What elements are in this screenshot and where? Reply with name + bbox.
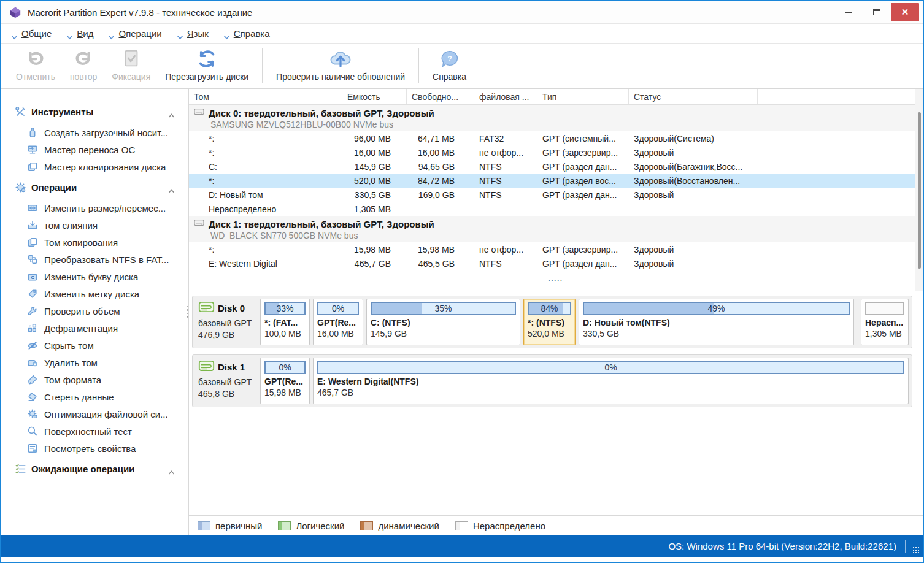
resize-grip[interactable] [912, 546, 920, 554]
sidebar-item[interactable]: Изменить размер/перемес... [15, 199, 188, 216]
legend-label: динамический [378, 521, 439, 531]
cell-volume: *: [189, 245, 342, 255]
partition-block[interactable]: 0%GPT(Re...16,00 MB [313, 299, 363, 345]
partition-label: *: (NTFS) [528, 318, 571, 327]
column-header-extra[interactable] [758, 89, 923, 104]
maximize-button[interactable] [863, 3, 891, 21]
menu-item-1[interactable]: Общие [11, 28, 52, 39]
column-header-Тип[interactable]: Тип [537, 89, 629, 104]
sidebar-item[interactable]: Мастер переноса ОС [15, 141, 188, 158]
sidebar-section-2-header[interactable]: Операции [15, 182, 188, 193]
sidebar-item[interactable]: Удалить том [15, 354, 188, 371]
disk-group-header: Диск 1: твердотельный, базовый GPT, Здор… [189, 216, 923, 242]
partition-block[interactable]: 0%E: Western Digital(NTFS)465,7 GB [313, 358, 909, 404]
usage-bar: 84% [528, 302, 571, 315]
sidebar-splitter[interactable] [185, 302, 190, 321]
volume-row[interactable]: *:16,00 MB16,00 MBне отфор...GPT (зарезе… [189, 145, 923, 159]
cell-fs: NTFS [474, 190, 537, 200]
minimize-button[interactable] [834, 3, 863, 21]
volume-row[interactable]: E: Western Digital465,7 GB465,5 GBNTFSGP… [189, 256, 923, 270]
window-title: Macrorit Partition Expert v7.9.8 - техни… [28, 7, 252, 18]
chevron-up-icon[interactable] [168, 110, 175, 115]
usage-bar: 0% [317, 361, 904, 374]
column-header-Емкость[interactable]: Емкость [342, 89, 407, 104]
partition-block[interactable]: 33%*: (FAT...100,0 MB [260, 299, 310, 345]
cell-capacity: 96,00 MB [342, 134, 407, 144]
toolbar-help-bubble-button[interactable]: ?Справка [425, 46, 474, 88]
partition-block[interactable]: Нерасп...1,305 MB [861, 299, 909, 345]
volume-row[interactable]: *:15,98 MB15,98 MBне отфор...GPT (зарезе… [189, 242, 923, 256]
legend-label: Нераспределено [473, 521, 545, 531]
sidebar-item[interactable]: CИзменить букву диска [15, 268, 188, 285]
chevron-up-icon[interactable] [168, 467, 175, 472]
sidebar-item[interactable]: Стереть данные [15, 388, 188, 405]
toolbar-update-cloud-button[interactable]: Проверить наличие обновлений [269, 46, 412, 88]
toolbar-undo-button[interactable]: Отменить [9, 46, 63, 88]
partition-block[interactable]: 35%C: (NTFS)145,9 GB [366, 299, 520, 345]
menu-item-2[interactable]: Вид [66, 28, 93, 39]
volume-row[interactable]: *:96,00 MB64,71 MBFAT32GPT (системный...… [189, 131, 923, 145]
cell-fs: не отфор... [474, 245, 537, 255]
cell-volume: C: [189, 162, 342, 172]
resize-move-icon [27, 202, 38, 213]
sidebar-item[interactable]: Посмотреть свойства [15, 440, 188, 457]
sidebar-section-3-header[interactable]: Ожидающие операции [15, 463, 188, 475]
partition-label: C: (NTFS) [371, 318, 516, 327]
sidebar-section-1-header[interactable]: Инструменты [15, 106, 188, 118]
cell-free: 84,72 MB [407, 176, 474, 186]
tools-icon [15, 106, 26, 118]
volume-row[interactable]: Нераспределено1,305 MB [189, 202, 923, 216]
partition-size: 16,00 MB [317, 329, 359, 339]
partition-block[interactable]: 0%GPT(Re...15,98 MB [260, 358, 310, 404]
disk-panel-disk-1: Disk 1базовый GPT465,8 GB0%GPT(Re...15,9… [192, 354, 912, 407]
menu-item-label: Справка [234, 28, 270, 39]
cell-volume: *: [189, 176, 342, 186]
sidebar-item[interactable]: Том формата [15, 371, 188, 388]
legend-swatch [198, 521, 210, 530]
chevron-down-icon [66, 31, 73, 36]
column-header-Свободно...[interactable]: Свободно... [407, 89, 474, 104]
chevron-down-icon [108, 31, 115, 36]
sidebar-item[interactable]: Мастер клонирования диска [15, 158, 188, 175]
toolbar-commit-button[interactable]: Фиксация [104, 46, 158, 88]
hide-volume-icon [27, 340, 38, 351]
sidebar-item[interactable]: Проверить объем [15, 302, 188, 320]
sidebar-item-label: Изменить размер/перемес... [44, 203, 166, 213]
partition-block[interactable]: 49%D: Новый том(NTFS)330,5 GB [579, 299, 854, 345]
disk-drive-gray-icon [194, 107, 204, 118]
sidebar-item[interactable]: Оптимизация файловой си... [15, 405, 188, 423]
sidebar-item[interactable]: Том копирования [15, 234, 188, 251]
volume-row[interactable]: D: Новый том330,5 GB169,0 GBNTFSGPT (раз… [189, 188, 923, 202]
volume-row[interactable]: *:520,0 MB84,72 MBNTFSGPT (раздел вос...… [189, 174, 923, 188]
scrollbar-thumb[interactable] [918, 112, 921, 269]
sidebar-item[interactable]: Преобразовать NTFS в FAT... [15, 251, 188, 268]
cell-free: 16,00 MB [407, 148, 474, 158]
sidebar-item[interactable]: Дефрагментация [15, 320, 188, 337]
cell-status: Здоровый [629, 245, 758, 255]
disk-model: WD_BLACK SN770 500GB NVMe bus [194, 229, 923, 240]
sidebar-item[interactable]: Создать загрузочный носит... [15, 124, 188, 141]
partition-block[interactable]: 84%*: (NTFS)520,0 MB [523, 299, 576, 345]
cell-fs: FAT32 [474, 134, 537, 144]
column-header-Статус[interactable]: Статус [629, 89, 758, 104]
menu-item-4[interactable]: Язык [177, 28, 209, 39]
chevron-up-icon[interactable] [168, 185, 175, 190]
cell-type: GPT (раздел дан... [537, 190, 629, 200]
toolbar-button-label: Справка [433, 72, 466, 82]
sidebar-item[interactable]: Скрыть том [15, 337, 188, 354]
column-header-Том[interactable]: Том [189, 89, 342, 104]
menu-item-5[interactable]: Справка [223, 28, 270, 39]
table-scrollbar[interactable] [915, 89, 923, 291]
sidebar-item[interactable]: Изменить метку диска [15, 285, 188, 302]
menu-item-3[interactable]: Операции [108, 28, 161, 39]
menu-item-label: Операции [118, 28, 161, 39]
toolbar-redo-button[interactable]: повтор [63, 46, 104, 88]
sidebar-item[interactable]: Поверхностный тест [15, 423, 188, 440]
close-button[interactable]: ✕ [891, 3, 919, 21]
sidebar-item[interactable]: том слияния [15, 216, 188, 234]
usage-percent: 0% [318, 362, 903, 373]
volume-row[interactable]: C:145,9 GB94,65 GBNTFSGPT (раздел дан...… [189, 159, 923, 174]
toolbar-reload-button[interactable]: Перезагрузить диски [158, 46, 256, 88]
sidebar-section-title: Операции [31, 182, 77, 193]
column-header-файловая ...[interactable]: файловая ... [474, 89, 537, 104]
